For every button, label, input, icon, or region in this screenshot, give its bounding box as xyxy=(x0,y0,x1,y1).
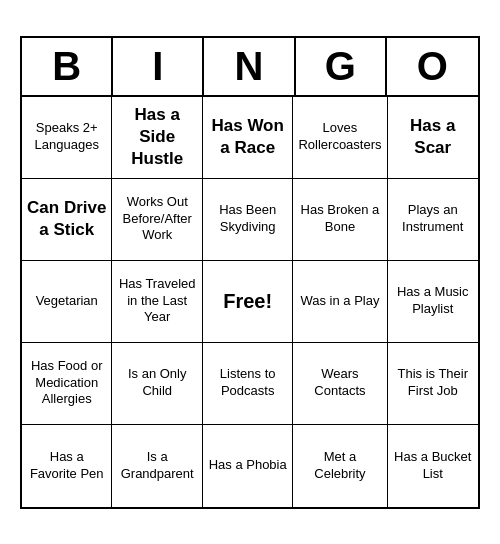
bingo-cell: Has a Phobia xyxy=(203,425,293,507)
bingo-cell: Has a Bucket List xyxy=(388,425,478,507)
bingo-cell: Is an Only Child xyxy=(112,343,202,425)
bingo-cell: Has a Scar xyxy=(388,97,478,179)
bingo-cell: Is a Grandparent xyxy=(112,425,202,507)
bingo-header: BINGO xyxy=(22,38,478,97)
bingo-cell: Has a Side Hustle xyxy=(112,97,202,179)
bingo-cell: Has Won a Race xyxy=(203,97,293,179)
bingo-cell: Works Out Before/After Work xyxy=(112,179,202,261)
bingo-grid: Speaks 2+ LanguagesHas a Side HustleHas … xyxy=(22,97,478,507)
free-space: Free! xyxy=(203,261,293,343)
bingo-cell: Vegetarian xyxy=(22,261,112,343)
bingo-cell: Has a Music Playlist xyxy=(388,261,478,343)
bingo-cell: Has Been Skydiving xyxy=(203,179,293,261)
bingo-cell: This is Their First Job xyxy=(388,343,478,425)
bingo-cell: Has a Favorite Pen xyxy=(22,425,112,507)
bingo-cell: Wears Contacts xyxy=(293,343,387,425)
bingo-cell: Listens to Podcasts xyxy=(203,343,293,425)
bingo-card: BINGO Speaks 2+ LanguagesHas a Side Hust… xyxy=(20,36,480,509)
header-letter: O xyxy=(387,38,478,95)
header-letter: G xyxy=(296,38,387,95)
header-letter: I xyxy=(113,38,204,95)
bingo-cell: Has Food or Medication Allergies xyxy=(22,343,112,425)
bingo-cell: Speaks 2+ Languages xyxy=(22,97,112,179)
bingo-cell: Plays an Instrument xyxy=(388,179,478,261)
bingo-cell: Can Drive a Stick xyxy=(22,179,112,261)
header-letter: N xyxy=(204,38,295,95)
bingo-cell: Was in a Play xyxy=(293,261,387,343)
bingo-cell: Has Broken a Bone xyxy=(293,179,387,261)
bingo-cell: Loves Rollercoasters xyxy=(293,97,387,179)
header-letter: B xyxy=(22,38,113,95)
bingo-cell: Met a Celebrity xyxy=(293,425,387,507)
bingo-cell: Has Traveled in the Last Year xyxy=(112,261,202,343)
